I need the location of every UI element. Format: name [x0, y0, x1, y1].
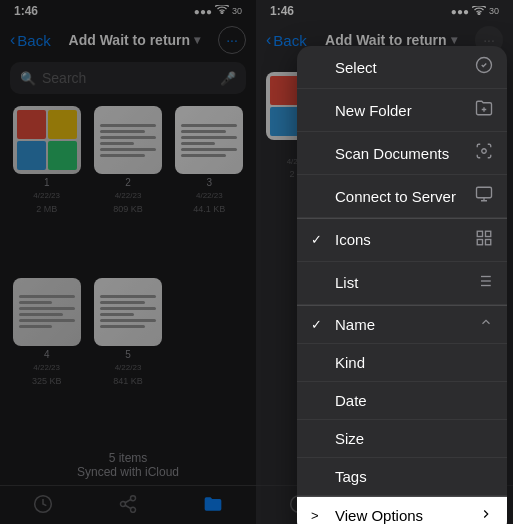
menu-item-select[interactable]: Select: [297, 46, 507, 89]
file-item-2[interactable]: 24/22/23 809 KB: [91, 106, 164, 270]
menu-check-server: [311, 189, 327, 204]
menu-item-connect-server[interactable]: Connect to Server: [297, 175, 507, 218]
menu-item-new-folder[interactable]: New Folder: [297, 89, 507, 132]
file-thumb-3: [175, 106, 243, 174]
menu-label-size: Size: [335, 430, 364, 447]
more-button-left[interactable]: ···: [218, 26, 246, 54]
toolbar-recents-left[interactable]: [33, 494, 53, 514]
menu-label-tags: Tags: [335, 468, 367, 485]
menu-label-date: Date: [335, 392, 367, 409]
back-button-left[interactable]: ‹ Back: [10, 31, 51, 49]
file-item-3[interactable]: 34/22/23 44.1 KB: [173, 106, 246, 270]
files-grid-left: 14/22/23 2 MB 24/22/23 809 KB: [0, 100, 256, 447]
file-size-2: 809 KB: [113, 204, 143, 214]
menu-label-icons: Icons: [335, 231, 371, 248]
back-button-right: ‹ Back: [266, 31, 307, 49]
menu-item-list[interactable]: List: [297, 262, 507, 305]
mic-icon-left: 🎤: [220, 71, 236, 86]
file-thumb-5: [94, 278, 162, 346]
right-panel: 1:46 ●●● 30 ‹ Back Add Wait to return ▾: [256, 0, 513, 524]
file-name-4: 44/22/23: [33, 349, 60, 373]
file-thumb-1: [13, 106, 81, 174]
ellipsis-icon-left: ···: [226, 32, 238, 48]
signal-icon-left: ●●●: [194, 6, 212, 17]
search-icon-left: 🔍: [20, 71, 36, 86]
svg-point-1: [130, 496, 135, 501]
nav-bar-left: ‹ Back Add Wait to return ▾ ···: [0, 22, 256, 60]
menu-check-name: ✓: [311, 317, 327, 332]
menu-item-size[interactable]: Size: [297, 420, 507, 458]
menu-label-select: Select: [335, 59, 377, 76]
svg-point-3: [130, 507, 135, 512]
file-thumb-4: [13, 278, 81, 346]
status-bar-right: 1:46 ●●● 30: [256, 0, 513, 22]
battery-right: 30: [489, 6, 499, 16]
signal-icon-right: ●●●: [451, 6, 469, 17]
file-name-3: 34/22/23: [196, 177, 223, 201]
file-name-1: 14/22/23: [33, 177, 60, 201]
checkmark-circle-icon: [475, 56, 493, 78]
menu-item-kind[interactable]: Kind: [297, 344, 507, 382]
menu-item-view-options[interactable]: > View Options: [297, 497, 507, 525]
menu-check-new-folder: [311, 103, 327, 118]
menu-label-list: List: [335, 274, 358, 291]
status-bar-left: 1:46 ●●● 30: [0, 0, 256, 22]
svg-rect-16: [477, 187, 492, 198]
file-name-2: 24/22/23: [115, 177, 142, 201]
svg-rect-21: [477, 239, 482, 244]
grid-icon: [475, 229, 493, 251]
menu-item-scan-documents[interactable]: Scan Documents: [297, 132, 507, 175]
display-icon: [475, 185, 493, 207]
file-item-5[interactable]: 54/22/23 841 KB: [91, 278, 164, 442]
nav-title-left: Add Wait to return ▾: [69, 32, 201, 48]
menu-label-view-options: View Options: [335, 507, 423, 524]
battery-icon-left: 30: [232, 6, 242, 16]
back-label-left: Back: [17, 32, 50, 49]
menu-label-server: Connect to Server: [335, 188, 456, 205]
dropdown-menu[interactable]: Select New Folder: [297, 46, 507, 524]
bottom-toolbar-left: [0, 485, 256, 524]
search-placeholder-left: Search: [42, 70, 214, 86]
menu-check-tags: [311, 469, 327, 484]
folder-plus-icon: [475, 99, 493, 121]
left-panel: 1:46 ●●● 30 ‹ Back Add Wait to return ▾ …: [0, 0, 256, 524]
item-count-left: 5 items: [0, 451, 256, 465]
menu-check-kind: [311, 355, 327, 370]
svg-rect-22: [486, 239, 491, 244]
menu-item-name[interactable]: ✓ Name: [297, 305, 507, 344]
chevron-right-icon: [479, 507, 493, 525]
menu-label-new-folder: New Folder: [335, 102, 412, 119]
toolbar-browse-left[interactable]: [203, 494, 223, 514]
menu-label-name: Name: [335, 316, 375, 333]
file-item-4[interactable]: 44/22/23 325 KB: [10, 278, 83, 442]
file-size-4: 325 KB: [32, 376, 62, 386]
file-size-1: 2 MB: [36, 204, 57, 214]
time-right: 1:46: [270, 4, 294, 18]
menu-item-date[interactable]: Date: [297, 382, 507, 420]
svg-line-4: [125, 505, 131, 508]
chevron-left-icon: ‹: [10, 31, 15, 49]
list-icon: [475, 272, 493, 294]
svg-line-5: [125, 499, 131, 502]
menu-check-date: [311, 393, 327, 408]
menu-label-scan: Scan Documents: [335, 145, 449, 162]
svg-point-15: [482, 149, 487, 154]
file-size-3: 44.1 KB: [193, 204, 225, 214]
menu-check-scan: [311, 146, 327, 161]
menu-label-kind: Kind: [335, 354, 365, 371]
file-thumb-2: [94, 106, 162, 174]
file-item-1[interactable]: 14/22/23 2 MB: [10, 106, 83, 270]
menu-check-select: [311, 60, 327, 75]
title-chevron-left: ▾: [194, 33, 200, 47]
menu-check-view-options: >: [311, 508, 327, 523]
chevron-up-icon: [479, 315, 493, 333]
menu-check-list: [311, 275, 327, 290]
menu-item-icons[interactable]: ✓ Icons: [297, 219, 507, 262]
svg-point-2: [120, 502, 125, 507]
menu-item-tags[interactable]: Tags: [297, 458, 507, 496]
file-name-5: 54/22/23: [115, 349, 142, 373]
menu-check-size: [311, 431, 327, 446]
search-bar-left[interactable]: 🔍 Search 🎤: [10, 62, 246, 94]
status-icons-right: ●●● 30: [451, 6, 499, 17]
toolbar-shared-left[interactable]: [118, 494, 138, 514]
